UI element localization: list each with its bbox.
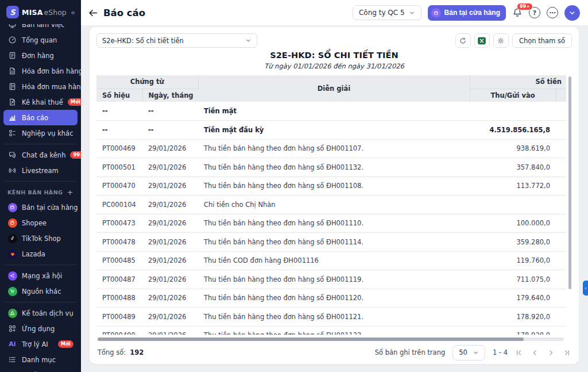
table-row[interactable]: PT00047029/01/2026Thu tiền bán hàng theo… bbox=[96, 177, 566, 195]
cell-desc: Thu tiền bán hàng theo đơn hàng số ĐH001… bbox=[198, 326, 470, 335]
chevron-down-icon bbox=[409, 10, 415, 16]
cell-desc: Tiền mặt bbox=[198, 102, 470, 121]
gauge-icon bbox=[7, 36, 17, 44]
sidebar-item-ung-dung[interactable]: Ứng dụng bbox=[3, 321, 78, 336]
tiktok-circle-icon bbox=[7, 234, 17, 243]
store-mode-button[interactable]: Bán tại cửa hàng bbox=[428, 5, 506, 21]
sidebar-item-ke-toan-dich-vu[interactable]: Kế toán dịch vụ bbox=[3, 305, 78, 321]
table-row[interactable]: ----Tiền mặt bbox=[96, 102, 566, 121]
sidebar-item-hoa-don-ban-hang[interactable]: Hóa đơn bán hàng bbox=[3, 63, 78, 79]
sidebar-item-bao-cao[interactable]: Báo cáo bbox=[3, 110, 78, 125]
cell-partial bbox=[556, 139, 566, 158]
cell-partial bbox=[556, 308, 566, 327]
per-page-value: 50 bbox=[459, 348, 467, 356]
next-page-button[interactable] bbox=[547, 349, 555, 356]
panel-expand-handle[interactable]: ‹ bbox=[583, 281, 588, 296]
sidebar-item-tong-quan[interactable]: Tổng quan bbox=[3, 32, 78, 48]
table-row[interactable]: PT00046929/01/2026Thu tiền bán hàng theo… bbox=[96, 139, 566, 158]
accounting-circle-icon bbox=[7, 309, 17, 318]
cell-date: 29/01/2026 bbox=[142, 289, 198, 308]
sidebar-item-lazada[interactable]: Lazada bbox=[3, 246, 78, 262]
sidebar-item-label: Hóa đơn bán hàng bbox=[22, 67, 81, 75]
cell-amount: 357.840,0 bbox=[470, 158, 556, 177]
sidebar-item-livestream[interactable]: Livestream bbox=[3, 163, 78, 178]
cell-code: PT000490 bbox=[96, 326, 142, 335]
table-row[interactable]: PT00048829/01/2026Thu tiền bán hàng theo… bbox=[96, 289, 566, 308]
cell-desc: Thu tiền bán hàng theo đơn hàng số ĐH001… bbox=[198, 158, 470, 177]
sidebar-item-shopee[interactable]: Shopee bbox=[3, 215, 78, 231]
first-page-button[interactable] bbox=[515, 349, 523, 356]
prev-page-button[interactable] bbox=[531, 349, 539, 356]
sidebar-item-label: Báo cáo bbox=[22, 114, 48, 122]
brand-suffix: eShop bbox=[44, 8, 67, 17]
table-row[interactable]: ----Tiền mặt đầu kỳ4.519.856.165,8 bbox=[96, 121, 566, 140]
sidebar-item-nghiep-vu-khac[interactable]: Nghiệp vụ khác bbox=[3, 125, 78, 141]
sidebar-item-nguon-khac[interactable]: Nguồn khác bbox=[3, 283, 78, 299]
last-page-button[interactable] bbox=[563, 349, 571, 356]
sidebar-item-label: Ứng dụng bbox=[22, 325, 55, 333]
sidebar-item-chat-da-kenh[interactable]: Chat đa kênh99+ bbox=[3, 147, 78, 163]
cell-amount: 100.000,0 bbox=[470, 214, 556, 233]
sidebar: S MISA eShop « Bàn làm việcTổng quanĐơn … bbox=[0, 0, 81, 372]
table-row[interactable]: PT00047829/01/2026Thu tiền bán hàng theo… bbox=[96, 233, 566, 252]
company-name: Công ty QC 5 bbox=[359, 9, 405, 17]
table-row[interactable]: PC00010429/01/2026Chi tiền cho Chị Nhàn bbox=[96, 195, 566, 214]
cell-desc: Thu tiền bán hàng theo đơn hàng số ĐH001… bbox=[198, 139, 470, 158]
sidebar-item-label: Trợ lý AI bbox=[22, 340, 48, 348]
sidebar-collapse-icon[interactable]: « bbox=[71, 8, 75, 17]
cell-date: 29/01/2026 bbox=[142, 270, 198, 289]
header-date: Ngày, tháng bbox=[142, 89, 198, 102]
back-button[interactable] bbox=[88, 8, 98, 18]
company-selector[interactable]: Công ty QC 5 bbox=[353, 5, 421, 20]
header-group-document: Chứng từ bbox=[96, 75, 198, 89]
table-zone: Chứng từ Diễn giải Số tiền Số hiệu Ngày,… bbox=[96, 75, 572, 335]
add-channel-button[interactable]: + bbox=[67, 188, 74, 197]
export-excel-button[interactable] bbox=[474, 33, 490, 48]
notifications-button[interactable]: 99+ bbox=[512, 7, 523, 18]
arrow-left-icon bbox=[88, 8, 98, 18]
table-row[interactable]: PT00048729/01/2026Thu tiền bán hàng theo… bbox=[96, 270, 566, 289]
user-avatar[interactable] bbox=[564, 5, 580, 21]
cell-amount: 711.075,0 bbox=[470, 270, 556, 289]
choose-params-button[interactable]: Chọn tham số bbox=[512, 33, 572, 48]
table-row[interactable]: PT00048929/01/2026Thu tiền bán hàng theo… bbox=[96, 308, 566, 327]
sidebar-item-thiet-lap[interactable]: Thiết lập bbox=[3, 367, 78, 372]
refresh-button[interactable] bbox=[455, 33, 471, 48]
sidebar-item-tiktok-shop[interactable]: TikTok Shop bbox=[3, 231, 78, 246]
section-label: KÊNH BÁN HÀNG bbox=[7, 189, 63, 195]
per-page-select[interactable]: 50 bbox=[452, 345, 485, 361]
sidebar-divider bbox=[5, 181, 76, 182]
table-row[interactable]: PT00049029/01/2026Thu tiền bán hàng theo… bbox=[96, 326, 566, 335]
cell-desc: Thu tiền COD đơn hàng ĐH001116 bbox=[198, 251, 470, 270]
sidebar-item-label: Kế toán dịch vụ bbox=[22, 309, 74, 317]
sidebar-item-ke-khai-thue[interactable]: Kê khai thuếMới bbox=[3, 94, 78, 110]
sidebar-divider bbox=[5, 302, 76, 302]
sidebar-item-tro-ly-ai[interactable]: AiTrợ lý AIMới bbox=[3, 336, 78, 352]
cell-partial bbox=[556, 177, 566, 195]
report-type-select[interactable]: S2e-HKD: Sổ chi tiết tiền bbox=[96, 33, 257, 48]
total-label: Tổng số: bbox=[98, 348, 126, 356]
hscroll-thumb[interactable] bbox=[98, 338, 524, 341]
toolbar-actions: Chọn tham số bbox=[455, 33, 572, 48]
sidebar-item-ban-tai-cua-hang[interactable]: Bán tại cửa hàng bbox=[3, 200, 78, 215]
cell-amount: 359.280,0 bbox=[470, 233, 556, 252]
sidebar-item-hoa-don-mua-hang[interactable]: Hóa đơn mua hàng bbox=[3, 79, 78, 94]
vertical-scrollbar[interactable] bbox=[568, 76, 571, 289]
cell-amount bbox=[470, 195, 556, 214]
table-row[interactable]: PT00047329/01/2026Thu tiền bán hàng theo… bbox=[96, 214, 566, 233]
topbar: Báo cáo Công ty QC 5 Bán tại cửa hàng 99… bbox=[81, 0, 588, 25]
cell-partial bbox=[556, 214, 566, 233]
table-row[interactable]: PT00048529/01/2026Thu tiền COD đơn hàng … bbox=[96, 251, 566, 270]
table-row[interactable]: PT00050129/01/2026Thu tiền bán hàng theo… bbox=[96, 158, 566, 177]
settings-button[interactable] bbox=[493, 33, 509, 48]
brand-name: MISA bbox=[22, 8, 43, 17]
sidebar-item-danh-muc[interactable]: Danh mục bbox=[3, 352, 78, 367]
sidebar-item-mang-xa-hoi[interactable]: Mạng xã hội bbox=[3, 268, 78, 283]
cell-code: PT000485 bbox=[96, 251, 142, 270]
sidebar-item-don-hang[interactable]: Đơn hàng bbox=[3, 48, 78, 63]
more-button[interactable]: ⋯ bbox=[547, 7, 558, 18]
sidebar-item-label: Shopee bbox=[22, 219, 47, 227]
store-button-label: Bán tại cửa hàng bbox=[444, 9, 500, 17]
cell-partial bbox=[556, 233, 566, 252]
sidebar-item-ban-lam-viec[interactable]: Bàn làm việc bbox=[3, 24, 78, 32]
